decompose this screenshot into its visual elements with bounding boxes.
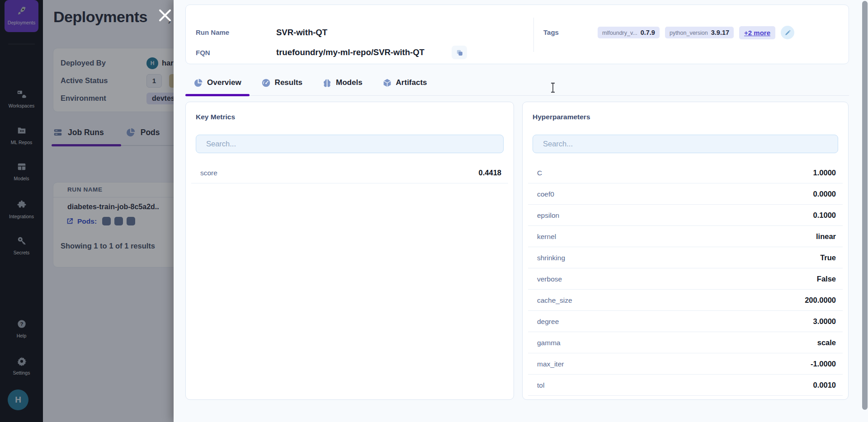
- drawer-tab-overview[interactable]: Overview: [185, 70, 250, 95]
- hyperparameter-row: coef0 0.0000: [523, 183, 848, 205]
- hyperparameter-row-key: epsilon: [537, 211, 559, 220]
- active-tab-underline: [185, 94, 250, 96]
- edit-tags-button[interactable]: [781, 26, 794, 39]
- pencil-icon: [784, 29, 791, 36]
- drawer-tab-results[interactable]: Results: [253, 70, 311, 95]
- tags-group: mlfoundry_v... 0.7.9python_version 3.9.1…: [598, 26, 794, 39]
- tab-label: Overview: [207, 78, 241, 87]
- copy-icon: [456, 49, 463, 56]
- tag-chip: python_version 3.9.17: [665, 27, 734, 38]
- key-metrics-title: Key Metrics: [196, 113, 235, 121]
- gauge-icon: [261, 78, 271, 88]
- hyperparameter-row-key: tol: [537, 381, 544, 389]
- hyperparameters-search-input[interactable]: [533, 135, 838, 153]
- run-name-label: Run Name: [196, 28, 229, 36]
- drawer-scrollbar-thumb[interactable]: [862, 1, 868, 410]
- tag-key: mlfoundry_v...: [602, 30, 637, 36]
- run-name-value: SVR-with-QT: [276, 28, 327, 38]
- hyperparameter-row-value: 0.0000: [813, 190, 836, 198]
- tab-label: Models: [336, 78, 363, 87]
- run-details-drawer: Run Name SVR-with-QT FQN truefoundry/my-…: [174, 0, 868, 422]
- hyperparameter-row-key: verbose: [537, 275, 562, 283]
- metric-row-key: score: [200, 169, 217, 177]
- hyperparameter-row-key: degree: [537, 318, 559, 326]
- hyperparameter-row: epsilon 0.1000: [523, 205, 848, 226]
- hyperparameter-row: max_iter -1.0000: [523, 353, 848, 375]
- hyperparameter-row-key: max_iter: [537, 360, 564, 368]
- hyperparameter-row-value: True: [820, 253, 836, 262]
- hyperparameter-row: C 1.0000: [523, 162, 848, 183]
- app-root: Deployments Workspaces ML Repos Models I…: [0, 0, 868, 422]
- hyperparameter-row: verbose False: [523, 268, 848, 290]
- hyperparameter-row-value: linear: [816, 232, 836, 241]
- box-icon: [382, 78, 392, 88]
- hyperparameter-row: cache_size 200.0000: [523, 290, 848, 311]
- hyperparameter-row-key: kernel: [537, 233, 556, 241]
- tab-label: Results: [275, 78, 302, 87]
- hyperparameter-row-value: 200.0000: [805, 296, 836, 305]
- close-modal-button[interactable]: [156, 7, 174, 25]
- key-metrics-search-input[interactable]: [196, 135, 504, 153]
- hyperparameter-row-value: 0.0010: [813, 381, 836, 389]
- hyperparameter-row: shrinking True: [523, 247, 848, 268]
- tab-label: Artifacts: [396, 78, 427, 87]
- fqn-value: truefoundry/my-ml-repo/SVR-with-QT: [276, 47, 425, 57]
- hyperparameter-row-key: coef0: [537, 190, 554, 198]
- drawer-tab-artifacts[interactable]: Artifacts: [374, 70, 435, 95]
- hyperparameter-row-value: scale: [817, 338, 836, 347]
- hyperparameter-row-value: 1.0000: [813, 169, 836, 177]
- tags-label: Tags: [543, 28, 559, 36]
- brain-icon: [322, 78, 332, 88]
- run-header-card: Run Name SVR-with-QT FQN truefoundry/my-…: [185, 5, 849, 64]
- hyperparameter-row-key: shrinking: [537, 254, 565, 262]
- tag-chip: mlfoundry_v... 0.7.9: [598, 27, 660, 38]
- more-tags-link[interactable]: +2 more: [739, 26, 775, 39]
- tag-value: 0.7.9: [641, 29, 655, 36]
- fqn-label: FQN: [196, 49, 210, 56]
- hyperparameter-row-value: False: [817, 275, 836, 283]
- hyperparameter-row: degree 3.0000: [523, 311, 848, 332]
- hyperparameter-row-value: -1.0000: [811, 360, 836, 368]
- metric-row: score 0.4418: [186, 162, 514, 183]
- hyperparameter-row-key: gamma: [537, 339, 561, 347]
- hyperparameter-row-key: cache_size: [537, 296, 572, 305]
- hyperparameter-row-key: C: [537, 169, 542, 177]
- header-divider: [533, 18, 534, 52]
- mouse-text-cursor: [550, 82, 556, 93]
- drawer-tab-models[interactable]: Models: [314, 70, 371, 95]
- copy-fqn-button[interactable]: [452, 46, 467, 59]
- hyperparameter-row-value: 0.1000: [813, 211, 836, 220]
- hyperparameters-panel: Hyperparameters C 1.0000coef0 0.0000epsi…: [522, 102, 849, 400]
- hyperparameter-row: tol 0.0010: [523, 375, 848, 396]
- pie-icon: [193, 78, 203, 88]
- tag-key: python_version: [670, 30, 708, 36]
- hyperparameter-row-value: 3.0000: [813, 317, 836, 326]
- hyperparameter-row: kernel linear: [523, 226, 848, 247]
- hyperparameters-title: Hyperparameters: [533, 113, 590, 121]
- hyperparameter-row: gamma scale: [523, 332, 848, 353]
- key-metrics-panel: Key Metrics score 0.4418: [185, 102, 514, 400]
- drawer-tab-bar: Overview Results Models Artifacts: [185, 70, 849, 96]
- metric-row-value: 0.4418: [479, 169, 501, 177]
- tag-value: 3.9.17: [711, 29, 729, 36]
